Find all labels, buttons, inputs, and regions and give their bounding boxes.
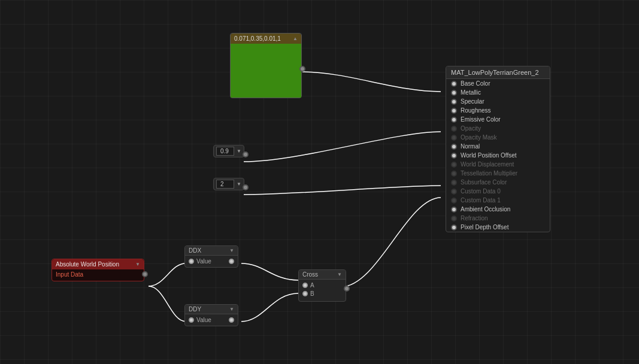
awp-node: Absolute World Position ▼ Input Data bbox=[52, 259, 144, 281]
mat-pin-row: Emissive Color bbox=[446, 115, 550, 124]
scalar-09-arrow[interactable]: ▼ bbox=[237, 148, 241, 154]
mat-pin-label: Emissive Color bbox=[461, 116, 501, 123]
mat-pin-circle[interactable] bbox=[451, 180, 457, 186]
ddx-label: DDX bbox=[189, 247, 201, 254]
cross-pin-a-label: A bbox=[310, 282, 314, 289]
mat-pin-row: Metallic bbox=[446, 88, 550, 97]
mat-pin-label: Metallic bbox=[461, 89, 481, 96]
mat-pin-row: Opacity Mask bbox=[446, 133, 550, 142]
mat-pin-circle[interactable] bbox=[451, 162, 457, 168]
mat-pin-label: Specular bbox=[461, 98, 484, 105]
mat-pin-label: Custom Data 1 bbox=[461, 197, 501, 204]
ddy-output-pin[interactable] bbox=[229, 317, 234, 323]
ddx-output-pin[interactable] bbox=[229, 259, 234, 264]
ddy-pin-label: Value bbox=[196, 317, 211, 323]
mat-pin-label: World Position Offset bbox=[461, 152, 517, 159]
scalar-09-body: 0.9 ▼ bbox=[213, 145, 244, 157]
mat-pin-circle[interactable] bbox=[451, 117, 457, 123]
ddx-node: DDX ▼ Value bbox=[184, 245, 238, 268]
scalar-2-node: 2 ▼ bbox=[213, 178, 244, 190]
mat-pin-label: Opacity bbox=[461, 125, 481, 132]
awp-header: Absolute World Position ▼ bbox=[52, 259, 144, 269]
cross-header: Cross ▼ bbox=[299, 270, 346, 280]
mat-pin-circle[interactable] bbox=[451, 90, 457, 96]
cross-pin-b[interactable] bbox=[302, 291, 308, 296]
mat-pin-label: Normal bbox=[461, 143, 480, 150]
mat-pin-circle[interactable] bbox=[451, 99, 457, 105]
mat-pin-circle[interactable] bbox=[451, 216, 457, 222]
cross-pin-a[interactable] bbox=[302, 283, 308, 288]
cross-pin-a-row: A bbox=[302, 282, 342, 289]
mat-pin-circle[interactable] bbox=[451, 126, 457, 132]
mat-pin-circle[interactable] bbox=[451, 189, 457, 195]
mat-pin-row: Roughness bbox=[446, 106, 550, 115]
material-pins: Base ColorMetallicSpecularRoughnessEmiss… bbox=[446, 79, 550, 232]
mat-pin-circle[interactable] bbox=[451, 207, 457, 213]
ddy-node: DDY ▼ Value bbox=[184, 304, 238, 326]
color-preview bbox=[231, 44, 301, 98]
mat-pin-label: Pixel Depth Offset bbox=[461, 224, 508, 230]
mat-pin-label: Ambient Occlusion bbox=[461, 206, 510, 213]
mat-pin-circle[interactable] bbox=[451, 81, 457, 87]
mat-pin-label: World Displacement bbox=[461, 161, 514, 168]
mat-pin-row: Normal bbox=[446, 142, 550, 151]
mat-pin-row: Specular bbox=[446, 97, 550, 106]
color-node-header: 0.071,0.35,0.01,1 ▲ bbox=[231, 34, 301, 44]
mat-pin-row: Tessellation Multiplier bbox=[446, 169, 550, 178]
mat-pin-row: Refraction bbox=[446, 214, 550, 223]
color-output-pin[interactable] bbox=[299, 66, 305, 72]
mat-pin-circle[interactable] bbox=[451, 153, 457, 159]
cross-body: A B bbox=[299, 280, 346, 301]
color-node-expand[interactable]: ▲ bbox=[293, 36, 298, 41]
mat-pin-row: Pixel Depth Offset bbox=[446, 223, 550, 232]
cross-output-pin[interactable] bbox=[344, 286, 350, 292]
mat-pin-label: Roughness bbox=[461, 107, 491, 114]
scalar-2-arrow[interactable]: ▼ bbox=[237, 181, 241, 187]
mat-pin-row: Subsurface Color bbox=[446, 178, 550, 187]
awp-body: Input Data bbox=[52, 269, 144, 281]
ddy-body: Value bbox=[185, 314, 238, 326]
ddx-body: Value bbox=[185, 256, 238, 267]
ddy-arrow[interactable]: ▼ bbox=[229, 307, 234, 312]
mat-pin-row: World Displacement bbox=[446, 160, 550, 169]
ddy-input-pin[interactable] bbox=[189, 317, 194, 323]
mat-pin-circle[interactable] bbox=[451, 171, 457, 177]
mat-pin-label: Subsurface Color bbox=[461, 179, 507, 186]
mat-pin-label: Custom Data 0 bbox=[461, 188, 501, 195]
color-node-label: 0.071,0.35,0.01,1 bbox=[234, 35, 281, 42]
cross-node: Cross ▼ A B bbox=[298, 269, 346, 302]
mat-pin-circle[interactable] bbox=[451, 108, 457, 114]
color-constant-node: 0.071,0.35,0.01,1 ▲ bbox=[230, 33, 302, 98]
awp-output-pin[interactable] bbox=[142, 271, 148, 277]
mat-pin-circle[interactable] bbox=[451, 135, 457, 141]
mat-pin-row: Ambient Occlusion bbox=[446, 205, 550, 214]
ddy-label: DDY bbox=[189, 306, 201, 313]
mat-pin-circle[interactable] bbox=[451, 198, 457, 204]
ddx-input-pin[interactable] bbox=[189, 259, 194, 264]
mat-pin-row: Base Color bbox=[446, 79, 550, 88]
ddx-arrow[interactable]: ▼ bbox=[229, 248, 234, 253]
cross-pin-b-row: B bbox=[302, 290, 342, 297]
mat-pin-row: Custom Data 0 bbox=[446, 187, 550, 196]
scalar-2-pin[interactable] bbox=[243, 184, 249, 190]
material-title: MAT_LowPolyTerrianGreen_2 bbox=[451, 69, 539, 76]
cross-pin-b-label: B bbox=[310, 290, 314, 297]
scalar-2-value[interactable]: 2 bbox=[216, 180, 234, 189]
scalar-09-pin[interactable] bbox=[243, 151, 249, 157]
ddx-pin-label: Value bbox=[196, 258, 211, 265]
cross-arrow[interactable]: ▼ bbox=[337, 272, 342, 277]
awp-expand[interactable]: ▼ bbox=[135, 262, 140, 267]
mat-pin-label: Base Color bbox=[461, 80, 490, 87]
ddx-header: DDX ▼ bbox=[185, 246, 238, 256]
mat-pin-row: Opacity bbox=[446, 124, 550, 133]
mat-pin-circle[interactable] bbox=[451, 225, 457, 230]
mat-pin-label: Opacity Mask bbox=[461, 134, 497, 141]
material-node: MAT_LowPolyTerrianGreen_2 Base ColorMeta… bbox=[446, 66, 550, 232]
awp-subtitle: Input Data bbox=[56, 271, 83, 278]
scalar-2-body: 2 ▼ bbox=[213, 178, 244, 190]
mat-pin-label: Tessellation Multiplier bbox=[461, 170, 517, 177]
mat-pin-circle[interactable] bbox=[451, 144, 457, 150]
scalar-09-value[interactable]: 0.9 bbox=[216, 147, 234, 156]
mat-pin-row: World Position Offset bbox=[446, 151, 550, 160]
mat-pin-row: Custom Data 1 bbox=[446, 196, 550, 205]
